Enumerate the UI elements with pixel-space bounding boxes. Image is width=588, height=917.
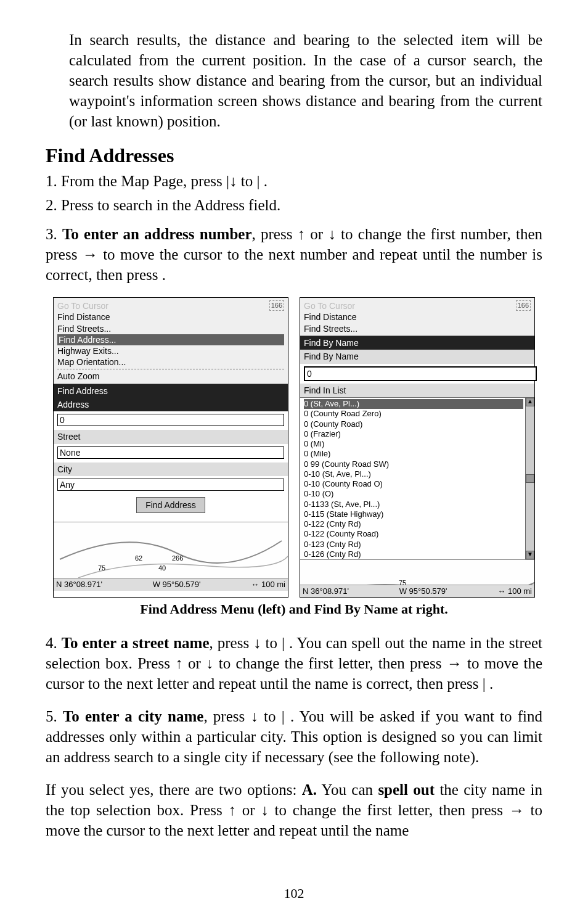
left-popup-menu: Go To Cursor Find Distance Find Streets.… xyxy=(54,298,288,384)
list-item[interactable]: 0-10 (O) xyxy=(304,489,523,499)
step1-c: | . xyxy=(256,173,267,189)
list-item[interactable]: 0-10 (County Road O) xyxy=(304,479,523,489)
find-address-form: Address Street City Find Address xyxy=(54,398,288,522)
street-input[interactable] xyxy=(57,446,284,459)
city-input[interactable] xyxy=(57,479,284,491)
step6-a: If you select yes, there are two options… xyxy=(46,781,302,798)
scroll-up-icon[interactable]: ▲ xyxy=(526,398,534,406)
street-label: Street xyxy=(54,430,288,443)
zoom-readout: 100 mi xyxy=(261,580,285,589)
menu-item-find-streets[interactable]: Find Streets... xyxy=(304,323,531,334)
menu-item-go-to-cursor[interactable]: Go To Cursor xyxy=(57,300,284,311)
results-listbox[interactable]: 0 (St, Ave, Pl...) 0 (County Road Zero) … xyxy=(300,397,534,559)
list-item[interactable]: 0 (St, Ave, Pl...) xyxy=(304,399,523,409)
right-map-preview: 75 xyxy=(300,559,534,585)
step1-a: 1. From the Map Page, press xyxy=(46,173,226,189)
address-label: Address xyxy=(54,398,288,411)
menu-item-find-address[interactable]: Find Address... xyxy=(57,334,284,345)
zoom-icon: ↔ xyxy=(497,586,505,596)
list-item[interactable]: 0-10 (St, Ave, Pl...) xyxy=(304,469,523,479)
zoom-readout: 100 mi xyxy=(508,586,532,596)
svg-text:266: 266 xyxy=(172,554,183,562)
svg-text:40: 40 xyxy=(158,564,166,572)
step-2: 2. Press to search in the Address field. xyxy=(46,195,542,215)
lat-readout: N 36°08.971' xyxy=(303,586,349,596)
menu-item-go-to-cursor[interactable]: Go To Cursor xyxy=(304,300,531,311)
right-corner-badge: 166 xyxy=(516,300,531,311)
lon-readout: W 95°50.579' xyxy=(153,579,201,590)
list-item[interactable]: 0 (Frazier) xyxy=(304,429,523,439)
svg-text:62: 62 xyxy=(135,554,142,562)
step-5: 5. To enter a city name, press ↓ to | . … xyxy=(46,706,542,767)
list-item[interactable]: 0 99 (County Road SW) xyxy=(304,459,523,469)
left-corner-badge: 166 xyxy=(269,300,284,311)
menu-item-find-distance[interactable]: Find Distance xyxy=(57,311,284,323)
page-number: 102 xyxy=(46,884,542,902)
menu-item-auto-zoom[interactable]: Auto Zoom xyxy=(57,371,284,382)
step6-bold1: A. xyxy=(302,781,317,798)
step3-a: 3. xyxy=(46,226,62,242)
screenshot-right: 166 Go To Cursor Find Distance Find Stre… xyxy=(300,297,535,598)
step6-mid: You can xyxy=(317,781,378,798)
list-item[interactable]: 0 (Mile) xyxy=(304,449,523,459)
list-item[interactable]: 0-123 (Cnty Rd) xyxy=(304,540,523,549)
list-item[interactable]: 0-115 (State Highway) xyxy=(304,509,523,519)
list-item[interactable]: 0-1133 (St, Ave, Pl...) xyxy=(304,500,523,509)
step-4: 4. To enter a street name, press ↓ to | … xyxy=(46,633,542,694)
step3-bold: To enter an address number xyxy=(62,226,252,242)
left-map-preview: 75 62 266 40 xyxy=(54,522,288,578)
menu-item-find-distance[interactable]: Find Distance xyxy=(304,311,531,323)
screenshot-row: 166 Go To Cursor Find Distance Find Stre… xyxy=(46,297,542,598)
menu-item-map-orientation[interactable]: Map Orientation... xyxy=(57,356,284,368)
screenshot-left: 166 Go To Cursor Find Distance Find Stre… xyxy=(53,297,288,598)
list-item[interactable]: 0 (County Road Zero) xyxy=(304,409,523,419)
menu-divider xyxy=(57,369,284,369)
lat-readout: N 36°08.971' xyxy=(56,579,102,590)
list-item[interactable]: 0 (County Road) xyxy=(304,419,523,429)
step-1: 1. From the Map Page, press |↓ to | . xyxy=(46,171,542,191)
heading-find-addresses: Find Addresses xyxy=(46,142,542,168)
road-sketch-icon: 75 62 266 40 xyxy=(54,522,288,578)
find-in-list-label: Find In List xyxy=(300,384,534,397)
menu-item-find-streets[interactable]: Find Streets... xyxy=(57,323,284,334)
figure-caption: Find Address Menu (left) and Find By Nam… xyxy=(46,600,542,618)
step6-bold2: spell out xyxy=(378,781,435,798)
note-paragraph: In search results, the distance and bear… xyxy=(69,30,542,131)
right-panel-title: Find By Name xyxy=(300,336,534,350)
menu-item-highway-exits[interactable]: Highway Exits... xyxy=(57,345,284,356)
step4-bold: To enter a street name xyxy=(62,635,210,651)
svg-text:75: 75 xyxy=(399,579,406,585)
left-panel-title: Find Address xyxy=(54,384,288,398)
scroll-down-icon[interactable]: ▼ xyxy=(526,551,534,559)
list-item[interactable]: 0-122 (County Road) xyxy=(304,529,523,539)
step1-b: |↓ to xyxy=(226,173,256,189)
right-status-bar: N 36°08.971' W 95°50.579' ↔ 100 mi xyxy=(300,585,534,597)
svg-text:75: 75 xyxy=(98,564,105,572)
address-input[interactable] xyxy=(57,414,284,426)
step4-a: 4. xyxy=(46,635,62,651)
zoom-icon: ↔ xyxy=(251,580,259,589)
scrollbar[interactable]: ▲ ▼ xyxy=(525,398,534,559)
step5-a: 5. xyxy=(46,708,63,725)
left-status-bar: N 36°08.971' W 95°50.579' ↔ 100 mi xyxy=(54,578,288,590)
list-item[interactable]: 0-122 (Cnty Rd) xyxy=(304,519,523,529)
name-input[interactable] xyxy=(304,366,537,381)
list-item[interactable]: 0-126 (Cnty Rd) xyxy=(304,549,523,559)
lon-readout: W 95°50.579' xyxy=(399,586,447,596)
find-address-button[interactable]: Find Address xyxy=(136,497,205,513)
road-sketch-icon: 75 xyxy=(300,560,534,585)
city-label: City xyxy=(54,463,288,476)
right-popup-menu: Go To Cursor Find Distance Find Streets.… xyxy=(300,298,534,336)
list-item[interactable]: 0 (Mi) xyxy=(304,439,523,449)
find-by-name-label: Find By Name xyxy=(300,350,534,363)
step5-bold: To enter a city name xyxy=(63,708,203,725)
step-3: 3. To enter an address number, press ↑ o… xyxy=(46,224,542,285)
step-6: If you select yes, there are two options… xyxy=(46,779,542,841)
scroll-thumb[interactable] xyxy=(526,474,534,483)
